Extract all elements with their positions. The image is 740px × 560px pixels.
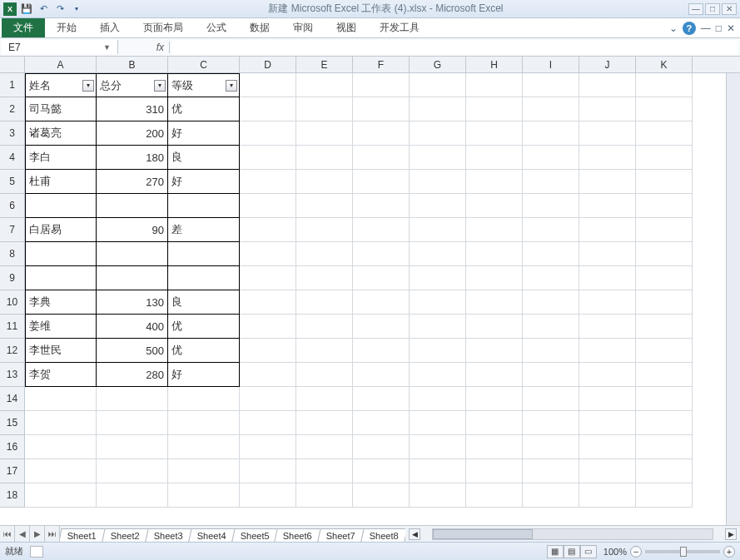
cell-D4[interactable] [240,146,296,170]
row-header-3[interactable]: 3 [0,121,25,146]
window-minimize-icon[interactable]: — [701,22,711,34]
cell-J13[interactable] [579,363,636,387]
col-header-B[interactable]: B [97,57,168,72]
sheet-nav-next-icon[interactable]: ▶ [30,526,45,542]
cell-K17[interactable] [636,459,693,483]
cell-H17[interactable] [466,459,523,483]
cell-F4[interactable] [353,146,410,170]
cell-C4[interactable]: 良 [168,146,240,170]
cell-E7[interactable] [296,218,353,242]
cell-D2[interactable] [240,97,296,121]
sheet-nav-last-icon[interactable]: ⏭ [45,526,60,542]
cell-G17[interactable] [410,459,466,483]
cell-H7[interactable] [466,218,523,242]
cell-J6[interactable] [579,194,636,218]
row-header-9[interactable]: 9 [0,266,25,290]
col-header-G[interactable]: G [410,57,466,72]
row-header-14[interactable]: 14 [0,387,25,411]
cell-K18[interactable] [636,483,693,508]
qat-dropdown-icon[interactable]: ▾ [70,2,83,16]
cell-A2[interactable]: 司马懿 [25,97,97,121]
cell-J10[interactable] [579,290,636,315]
row-header-13[interactable]: 13 [0,363,25,387]
cell-I4[interactable] [523,146,579,170]
cell-B13[interactable]: 280 [97,363,168,387]
save-icon[interactable]: 💾 [20,2,33,16]
row-header-11[interactable]: 11 [0,315,25,339]
cell-I8[interactable] [523,242,579,266]
cell-H8[interactable] [466,242,523,266]
cell-E12[interactable] [296,339,353,363]
cell-K12[interactable] [636,339,693,363]
cell-E18[interactable] [296,483,353,508]
cell-D15[interactable] [240,411,296,435]
row-header-16[interactable]: 16 [0,435,25,459]
zoom-out-icon[interactable]: − [630,546,642,558]
tab-data[interactable]: 数据 [238,18,281,37]
cell-H18[interactable] [466,483,523,508]
col-header-E[interactable]: E [296,57,353,72]
cell-E6[interactable] [296,194,353,218]
cell-G6[interactable] [410,194,466,218]
cell-B16[interactable] [97,435,168,459]
filter-button-C[interactable]: ▾ [226,80,237,92]
cell-E13[interactable] [296,363,353,387]
minimize-button[interactable]: — [688,3,703,15]
help-icon[interactable]: ? [683,22,696,35]
name-box[interactable]: E7 ▼ [2,40,118,54]
cell-G1[interactable] [410,73,466,97]
sheet-nav-prev-icon[interactable]: ◀ [15,526,30,542]
cell-J17[interactable] [579,459,636,483]
vertical-scrollbar[interactable] [726,73,740,525]
cell-H1[interactable] [466,73,523,97]
select-all-corner[interactable] [0,57,25,72]
cell-A6[interactable] [25,194,97,218]
row-header-6[interactable]: 6 [0,194,25,218]
cell-B12[interactable]: 500 [97,339,168,363]
tab-developer[interactable]: 开发工具 [368,18,431,37]
cell-I10[interactable] [523,290,579,315]
cell-K16[interactable] [636,435,693,459]
zoom-level[interactable]: 100% [603,547,627,557]
cell-K13[interactable] [636,363,693,387]
sheet-tab-Sheet6[interactable]: Sheet6 [275,528,321,542]
cell-K5[interactable] [636,170,693,194]
cell-F1[interactable] [353,73,410,97]
cell-J2[interactable] [579,97,636,121]
cell-J12[interactable] [579,339,636,363]
cell-F5[interactable] [353,170,410,194]
tab-home[interactable]: 开始 [45,18,88,37]
cell-J1[interactable] [579,73,636,97]
cell-F7[interactable] [353,218,410,242]
close-button[interactable]: ✕ [722,3,737,15]
cell-E10[interactable] [296,290,353,315]
cell-J14[interactable] [579,387,636,411]
cell-J7[interactable] [579,218,636,242]
cell-B17[interactable] [97,459,168,483]
cell-H10[interactable] [466,290,523,315]
cell-B11[interactable]: 400 [97,315,168,339]
cell-B2[interactable]: 310 [97,97,168,121]
row-header-10[interactable]: 10 [0,290,25,315]
cell-A11[interactable]: 姜维 [25,315,97,339]
cell-G16[interactable] [410,435,466,459]
cell-K10[interactable] [636,290,693,315]
cell-A1[interactable]: 姓名▾ [25,73,97,97]
cell-C7[interactable]: 差 [168,218,240,242]
cell-I16[interactable] [523,435,579,459]
cell-G2[interactable] [410,97,466,121]
cell-E9[interactable] [296,266,353,290]
cell-K2[interactable] [636,97,693,121]
cell-A16[interactable] [25,435,97,459]
sheet-nav-first-icon[interactable]: ⏮ [0,526,15,542]
col-header-K[interactable]: K [636,57,693,72]
cell-D14[interactable] [240,387,296,411]
view-page-break-icon[interactable]: ▭ [580,545,597,558]
cell-E16[interactable] [296,435,353,459]
cell-C10[interactable]: 良 [168,290,240,315]
tab-page-layout[interactable]: 页面布局 [132,18,195,37]
cell-J5[interactable] [579,170,636,194]
cell-K14[interactable] [636,387,693,411]
cell-D6[interactable] [240,194,296,218]
excel-icon[interactable]: X [3,2,17,16]
